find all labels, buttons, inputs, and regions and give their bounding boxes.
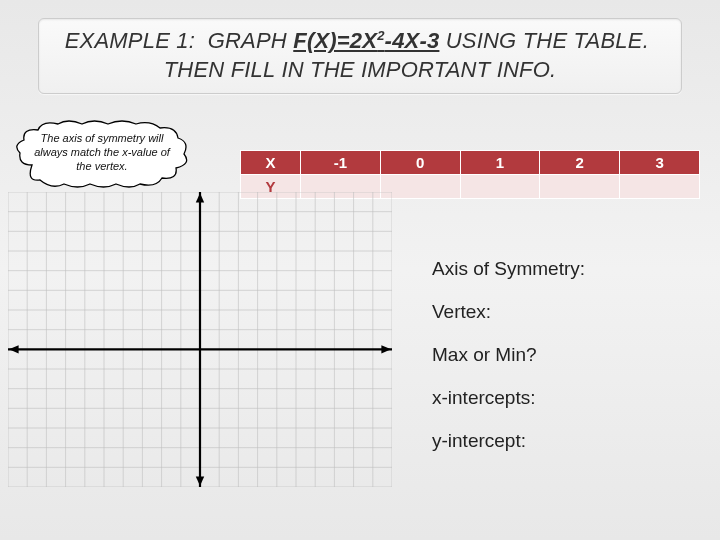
y-cell bbox=[620, 175, 700, 199]
svg-marker-39 bbox=[381, 345, 391, 353]
info-y-intercept: y-intercept: bbox=[432, 430, 692, 452]
y-cell bbox=[380, 175, 460, 199]
x-cell: 2 bbox=[540, 151, 620, 175]
grid-svg bbox=[8, 192, 392, 487]
svg-marker-42 bbox=[196, 476, 204, 486]
svg-marker-41 bbox=[196, 193, 204, 203]
svg-marker-40 bbox=[9, 345, 19, 353]
y-cell bbox=[460, 175, 540, 199]
x-header: X bbox=[241, 151, 301, 175]
coordinate-grid bbox=[8, 192, 392, 487]
info-vertex: Vertex: bbox=[432, 301, 692, 323]
title-panel: EXAMPLE 1: GRAPH F(X)=2X2-4X-3 USING THE… bbox=[38, 18, 682, 94]
callout-cloud: The axis of symmetry will always match t… bbox=[12, 120, 192, 190]
x-cell: 1 bbox=[460, 151, 540, 175]
x-cell: 3 bbox=[620, 151, 700, 175]
callout-text: The axis of symmetry will always match t… bbox=[30, 132, 174, 173]
title-equation: F(X)=2X2-4X-3 bbox=[293, 28, 439, 53]
table-row-x: X -1 0 1 2 3 bbox=[241, 151, 700, 175]
title-prefix: EXAMPLE 1: GRAPH bbox=[65, 28, 294, 53]
y-cell bbox=[540, 175, 620, 199]
info-max-or-min: Max or Min? bbox=[432, 344, 692, 366]
x-cell: 0 bbox=[380, 151, 460, 175]
x-cell: -1 bbox=[301, 151, 381, 175]
info-list: Axis of Symmetry: Vertex: Max or Min? x-… bbox=[432, 258, 692, 473]
info-axis-of-symmetry: Axis of Symmetry: bbox=[432, 258, 692, 280]
title-text: EXAMPLE 1: GRAPH F(X)=2X2-4X-3 USING THE… bbox=[51, 27, 669, 84]
info-x-intercepts: x-intercepts: bbox=[432, 387, 692, 409]
